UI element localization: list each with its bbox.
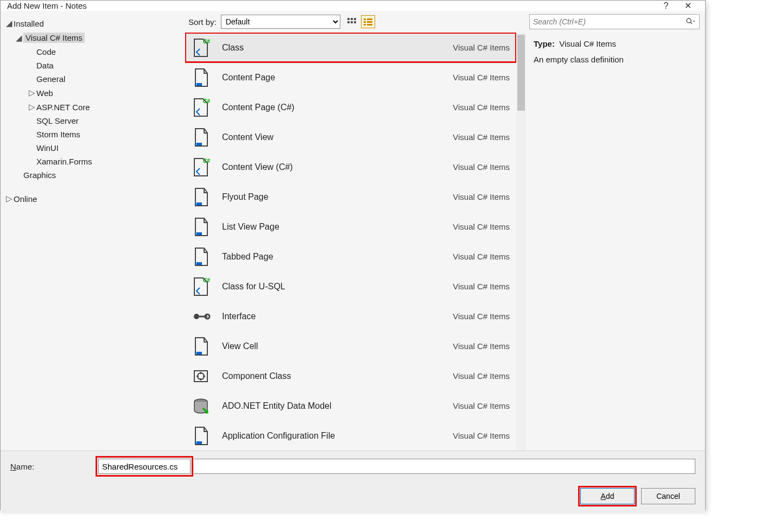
template-name: List View Page (222, 222, 453, 232)
template-row[interactable]: < >Flyout PageVisual C# Items (185, 182, 516, 212)
tree-item-winui[interactable]: WinUI (4, 141, 185, 155)
svg-text:< >: < > (194, 201, 201, 207)
template-row[interactable]: < >View CellVisual C# Items (185, 331, 516, 361)
tree-item-sql-server[interactable]: SQL Server (4, 114, 185, 128)
type-row: Type: Visual C# Items (534, 39, 698, 48)
tree-item-aspnet-core[interactable]: ▷ASP.NET Core (4, 100, 185, 114)
template-row[interactable]: < >Application Configuration FileVisual … (185, 421, 516, 451)
template-row[interactable]: < >Content PageVisual C# Items (185, 62, 516, 92)
template-name: Interface (222, 312, 453, 321)
template-name: Class (222, 43, 453, 53)
name-input-extended[interactable] (194, 459, 695, 474)
sort-label: Sort by: (188, 17, 217, 27)
template-icon: < > (189, 186, 212, 208)
template-category: Visual C# Items (453, 431, 510, 440)
tree-item-code[interactable]: Code (4, 45, 185, 59)
name-input[interactable] (98, 459, 191, 474)
template-row[interactable]: ADO.NET Entity Data ModelVisual C# Items (185, 391, 516, 421)
template-toolbar: Sort by: Default (185, 11, 526, 33)
svg-point-26 (194, 314, 199, 319)
name-label: Name: (10, 462, 92, 471)
template-name: Tabbed Page (222, 252, 453, 262)
template-row[interactable]: Component ClassVisual C# Items (185, 361, 516, 391)
template-name: ADO.NET Entity Data Model (222, 401, 453, 411)
view-grid-icon[interactable] (345, 15, 359, 28)
tree-root-online[interactable]: ▷Online (4, 192, 185, 206)
template-row[interactable]: C#Class for U-SQLVisual C# Items (185, 271, 516, 301)
svg-rect-7 (367, 18, 372, 20)
name-row: Name: (10, 458, 695, 475)
template-list[interactable]: C#ClassVisual C# Items< >Content PageVis… (185, 33, 516, 451)
template-category: Visual C# Items (453, 162, 510, 172)
tree-item-xamarin-forms[interactable]: Xamarin.Forms (4, 155, 185, 168)
titlebar: Add New Item - Notes ? ✕ (1, 1, 705, 11)
template-icon (189, 365, 212, 388)
template-category: Visual C# Items (453, 192, 510, 201)
template-icon: < > (189, 126, 212, 149)
svg-rect-6 (364, 18, 366, 20)
svg-text:< >: < > (194, 231, 201, 237)
svg-text:C#: C# (203, 158, 210, 164)
svg-text:< >: < > (194, 82, 201, 87)
template-icon: C# (189, 96, 212, 119)
search-input[interactable] (533, 17, 686, 26)
template-name: Flyout Page (222, 192, 453, 202)
template-icon: C# (189, 275, 212, 298)
template-icon (189, 395, 212, 417)
template-icon: < > (189, 66, 212, 89)
svg-rect-4 (351, 21, 353, 23)
template-icon: < > (189, 216, 212, 238)
view-list-icon[interactable] (361, 15, 375, 28)
template-icon: < > (189, 425, 212, 447)
tree-root-installed[interactable]: ◢Installed (4, 16, 185, 30)
template-name: Component Class (222, 371, 453, 381)
tree-item-graphics[interactable]: Graphics (4, 168, 185, 182)
tree-item-storm-items[interactable]: Storm Items (4, 128, 185, 141)
svg-text:C#: C# (203, 98, 210, 104)
close-icon[interactable]: ✕ (677, 1, 699, 11)
view-toggle (345, 15, 375, 28)
template-category: Visual C# Items (453, 73, 510, 82)
template-category: Visual C# Items (453, 312, 510, 321)
tree-item-general[interactable]: General (4, 72, 185, 86)
svg-rect-1 (351, 18, 353, 20)
template-name: Content View (222, 132, 453, 142)
help-icon[interactable]: ? (655, 1, 677, 11)
template-row[interactable]: C#Content Page (C#)Visual C# Items (185, 92, 516, 122)
template-icon: C# (189, 156, 212, 179)
scrollbar[interactable] (516, 33, 526, 451)
template-row[interactable]: C#Content View (C#)Visual C# Items (185, 152, 516, 182)
template-panel: Sort by: Default C#ClassVisual C# (185, 11, 526, 451)
search-icon[interactable] (686, 18, 696, 26)
svg-rect-10 (364, 24, 366, 26)
template-row[interactable]: C#ClassVisual C# Items (185, 33, 516, 62)
template-category: Visual C# Items (453, 282, 510, 291)
template-row[interactable]: < >Tabbed PageVisual C# Items (185, 242, 516, 271)
scrollbar-thumb[interactable] (517, 35, 525, 111)
template-icon (189, 305, 212, 328)
search-box[interactable] (529, 14, 700, 29)
template-icon: < > (189, 245, 212, 268)
template-category: Visual C# Items (453, 103, 510, 112)
details-panel: Type: Visual C# Items An empty class def… (526, 11, 705, 451)
svg-rect-0 (347, 18, 350, 20)
template-row[interactable]: InterfaceVisual C# Items (185, 301, 516, 331)
template-name: Class for U-SQL (222, 282, 453, 292)
tree-item-web[interactable]: ▷Web (4, 86, 185, 100)
svg-text:C#: C# (203, 39, 210, 45)
svg-rect-2 (354, 18, 356, 20)
template-row[interactable]: < >List View PageVisual C# Items (185, 212, 516, 242)
sort-dropdown[interactable]: Default (221, 15, 340, 29)
svg-point-36 (687, 18, 691, 23)
tree-item-visual-csharp-items[interactable]: ◢Visual C# Items (4, 30, 185, 45)
template-category: Visual C# Items (453, 401, 510, 410)
template-category: Visual C# Items (453, 341, 510, 351)
svg-text:< >: < > (194, 142, 201, 147)
svg-text:C#: C# (203, 277, 210, 283)
cancel-button[interactable]: Cancel (641, 488, 695, 504)
svg-text:< >: < > (194, 261, 201, 267)
window-title: Add New Item - Notes (7, 1, 87, 10)
add-button[interactable]: Add (580, 488, 635, 504)
template-row[interactable]: < >Content ViewVisual C# Items (185, 122, 516, 152)
tree-item-data[interactable]: Data (4, 59, 185, 72)
